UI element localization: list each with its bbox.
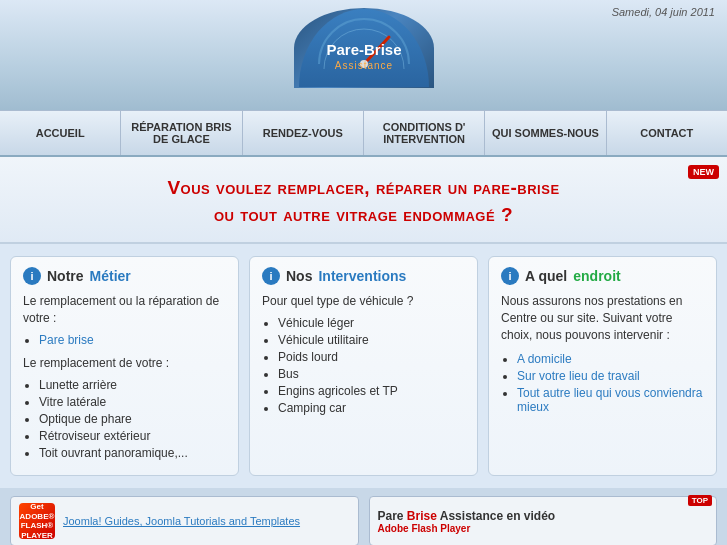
bottom-right-content: Pare Brise Assistance en vidéo Adobe Fla… — [378, 509, 556, 534]
autre-link[interactable]: Tout autre lieu qui vous conviendra mieu… — [517, 386, 702, 414]
header-date: Samedi, 04 juin 2011 — [612, 6, 715, 18]
card-interventions-title-prefix: Nos — [286, 268, 312, 284]
header: Samedi, 04 juin 2011 — [0, 0, 727, 110]
joomla-link[interactable]: Joomla! Guides, Joomla Tutorials and Tem… — [63, 515, 300, 527]
list-item: Vitre latérale — [39, 395, 226, 409]
card-interventions-list: Véhicule léger Véhicule utilitaire Poids… — [278, 316, 465, 415]
main-nav: ACCUEIL RÉPARATION BRIS DE GLACE RENDEZ-… — [0, 110, 727, 157]
info-icon-endroit: i — [501, 267, 519, 285]
bottom-section: GetADOBE®FLASH®PLAYER Joomla! Guides, Jo… — [0, 488, 727, 545]
nav-item-reparation[interactable]: RÉPARATION BRIS DE GLACE — [121, 111, 242, 155]
pare-brise-link[interactable]: Pare brise — [39, 333, 94, 347]
list-item: Tout autre lieu qui vous conviendra mieu… — [517, 386, 704, 414]
hero-line1: Vous voulez remplacer, réparer un pare-b… — [167, 177, 559, 198]
list-item: Sur votre lieu de travail — [517, 369, 704, 383]
card-interventions-title-highlight: Interventions — [318, 268, 406, 284]
card-metier-p1: Le remplacement ou la réparation de votr… — [23, 293, 226, 327]
list-item: Véhicule utilitaire — [278, 333, 465, 347]
list-item: Poids lourd — [278, 350, 465, 364]
card-interventions: i Nos Interventions Pour quel type de vé… — [249, 256, 478, 476]
card-metier-title-prefix: Notre — [47, 268, 84, 284]
nav-item-contact[interactable]: CONTACT — [607, 111, 727, 155]
card-endroit-title-highlight: endroit — [573, 268, 620, 284]
nav-item-accueil[interactable]: ACCUEIL — [0, 111, 121, 155]
svg-text:Assistance: Assistance — [334, 60, 392, 71]
hero-line2: ou tout autre vitrage endommagé ? — [214, 204, 513, 225]
logo-box: Pare-Brise Assistance — [294, 8, 434, 88]
info-icon-metier: i — [23, 267, 41, 285]
travail-link[interactable]: Sur votre lieu de travail — [517, 369, 640, 383]
svg-text:Pare-Brise: Pare-Brise — [326, 41, 401, 58]
card-metier-list2: Lunette arrière Vitre latérale Optique d… — [39, 378, 226, 460]
top-badge: TOP — [688, 495, 712, 506]
list-item: Engins agricoles et TP — [278, 384, 465, 398]
nav-item-qui[interactable]: QUI SOMMES-NOUS — [485, 111, 606, 155]
card-endroit-list: A domicile Sur votre lieu de travail Tou… — [517, 352, 704, 414]
card-interventions-header: i Nos Interventions — [262, 267, 465, 285]
logo-container: Pare-Brise Assistance — [294, 8, 434, 88]
brise-red: Brise — [407, 509, 437, 523]
list-item: Camping car — [278, 401, 465, 415]
domicile-link[interactable]: A domicile — [517, 352, 572, 366]
card-endroit-title-prefix: A quel — [525, 268, 567, 284]
list-item: Lunette arrière — [39, 378, 226, 392]
list-item: Pare brise — [39, 333, 226, 347]
list-item: Bus — [278, 367, 465, 381]
card-metier-header: i Notre Métier — [23, 267, 226, 285]
new-badge: NEW — [688, 165, 719, 179]
card-metier-p2: Le remplacement de votre : — [23, 355, 226, 372]
nav-item-rendez-vous[interactable]: RENDEZ-VOUS — [243, 111, 364, 155]
card-metier: i Notre Métier Le remplacement ou la rép… — [10, 256, 239, 476]
card-metier-title-highlight: Métier — [90, 268, 131, 284]
list-item: Optique de phare — [39, 412, 226, 426]
list-item: Véhicule léger — [278, 316, 465, 330]
nav-item-conditions[interactable]: CONDITIONS D' INTERVENTION — [364, 111, 485, 155]
card-endroit-p1: Nous assurons nos prestations en Centre … — [501, 293, 704, 343]
list-item: Rétroviseur extérieur — [39, 429, 226, 443]
list-item: A domicile — [517, 352, 704, 366]
adobe-flash-text: Adobe Flash Player — [378, 523, 556, 534]
hero-title: Vous voulez remplacer, réparer un pare-b… — [20, 175, 707, 228]
info-icon-interventions: i — [262, 267, 280, 285]
bottom-left: GetADOBE®FLASH®PLAYER Joomla! Guides, Jo… — [10, 496, 359, 545]
logo-svg: Pare-Brise Assistance — [299, 9, 429, 87]
card-endroit-header: i A quel endroit — [501, 267, 704, 285]
bottom-right-title: Pare Brise Assistance en vidéo — [378, 509, 556, 523]
flash-player-icon: GetADOBE®FLASH®PLAYER — [19, 503, 55, 539]
card-endroit: i A quel endroit Nous assurons nos prest… — [488, 256, 717, 476]
card-metier-list1: Pare brise — [39, 333, 226, 347]
hero-section: NEW Vous voulez remplacer, réparer un pa… — [0, 157, 727, 244]
bottom-right: TOP Pare Brise Assistance en vidéo Adobe… — [369, 496, 718, 545]
cards-section: i Notre Métier Le remplacement ou la rép… — [0, 244, 727, 488]
list-item: Toit ouvrant panoramique,... — [39, 446, 226, 460]
card-interventions-p1: Pour quel type de véhicule ? — [262, 293, 465, 310]
